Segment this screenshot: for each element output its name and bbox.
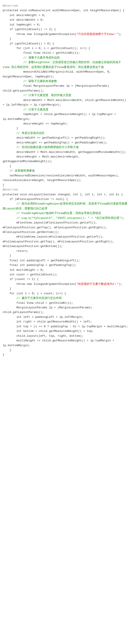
code-container: @Override protected void onMeasure(int w… [0,0,132,644]
code-block: @Override protected void onMeasure(int w… [3,4,129,357]
